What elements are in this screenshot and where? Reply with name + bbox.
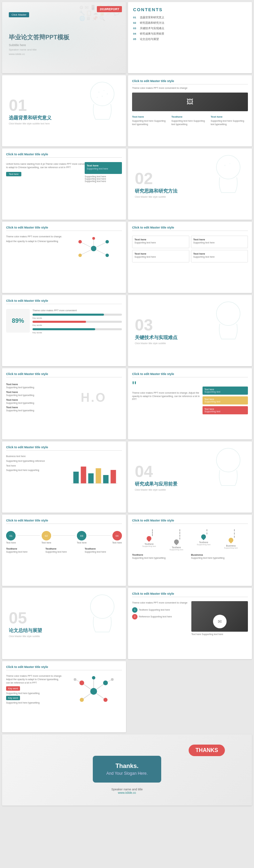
step-connector-2 <box>52 535 76 536</box>
network-visual <box>65 235 122 262</box>
right-panel: Text here Supporting text here Supportin… <box>85 162 122 182</box>
proc-col-1: Texthere Supporting text here <box>6 547 43 555</box>
thanks-slogan: And Your Slogan Here. <box>106 771 148 776</box>
quote-box-3: Text here Supporting text <box>203 406 248 414</box>
step-connector-3 <box>88 535 111 536</box>
slide-pins: Click to edit Master title style Texther… <box>128 515 252 586</box>
slide-quote: Click to edit Master title style " Theme… <box>128 368 252 439</box>
slide-boxes: Click to edit Master title style Text he… <box>128 222 252 293</box>
svg-point-14 <box>91 246 97 251</box>
room-item-1: 1 Texthere Supporting text here <box>132 607 189 613</box>
svg-point-19 <box>92 237 95 240</box>
svg-point-29 <box>90 595 114 618</box>
barchart-text: Business text here Supporting text types… <box>6 455 63 486</box>
head-silhouette-icon <box>79 79 123 126</box>
quote-box-1: Text here Supporting text <box>203 387 248 395</box>
step-03: 03 Text here <box>77 531 87 544</box>
slide-title-8: Click to edit Master title style <box>132 226 248 231</box>
svg-point-17 <box>79 254 82 257</box>
contents-item-1: 01 选题背景和研究意义 <box>133 16 247 19</box>
slide-barchart: Click to edit Master title style Busines… <box>2 441 126 513</box>
barchart-visual <box>65 455 122 486</box>
room-item-2: 2 Reference Supporting text here <box>132 614 189 619</box>
slide-ho: Click to edit Master title style Text he… <box>2 368 126 439</box>
svg-rect-21 <box>73 472 79 484</box>
pins-col-2: Business Supporting text here typesettin… <box>191 553 248 561</box>
teal-button[interactable]: Text here <box>6 172 21 176</box>
boxes-grid: Text here Supporting text here Text here… <box>132 236 248 262</box>
box-3: Text here Supporting text here <box>132 250 189 262</box>
svg-point-43 <box>74 678 77 681</box>
svg-point-42 <box>92 676 96 679</box>
ho-layout: Text here Supporting text typesetting Te… <box>6 381 122 414</box>
quote-mark: " <box>132 381 200 391</box>
svg-point-8 <box>230 163 231 164</box>
slide-section-03: 03 关键技术与实现难点 Click Master title style su… <box>128 295 252 366</box>
quote-box-2: Text here Supporting text <box>203 396 248 405</box>
svg-point-20 <box>216 302 240 326</box>
pin-3: Texthere Supporting text <box>197 529 210 551</box>
pins-container: Texthere Supporting text Texthere Suppor… <box>132 529 248 551</box>
thanks-speaker: Speaker name and title <box>111 788 143 791</box>
slide-title-18: Click to edit Master title style <box>132 592 248 597</box>
ho-row-2: Text here Supporting text typesetting <box>6 391 63 397</box>
pin-head-4 <box>228 537 234 544</box>
pin-1: Texthere Supporting text <box>142 529 156 551</box>
svg-point-44 <box>111 678 114 681</box>
slide-progress: Click to edit Master title style 89% The… <box>2 295 126 366</box>
network-svg <box>65 235 122 262</box>
slide-section-05: 05 论文总结与展望 Click Master title style subt… <box>2 588 126 659</box>
pin-4: Business Supporting text <box>224 529 238 551</box>
col-item-3: Text here Supporting text here Supportin… <box>211 115 248 127</box>
svg-point-5 <box>102 96 103 97</box>
svg-point-28 <box>216 448 240 472</box>
slide-title-11: Click to edit Master title style <box>6 372 122 377</box>
svg-point-38 <box>80 680 84 685</box>
pins-text-cols: Texthere Supporting text here typesettin… <box>132 553 248 561</box>
progress-bar-1 <box>33 314 122 316</box>
svg-point-39 <box>103 680 108 685</box>
col-item-2: Texthere Supporting text here Supporting… <box>171 115 209 127</box>
slide-title-7: Click to edit Master title style <box>6 226 122 231</box>
svg-point-3 <box>107 93 108 95</box>
col-item-1: Text here Supporting text here Supportin… <box>132 115 169 127</box>
room-layout: Theme color makes PPT more convenient to… <box>132 601 248 635</box>
slide-title-15: Click to edit Master title style <box>6 519 122 524</box>
molecule-tags: Key word Supporting text here typesettin… <box>6 686 63 704</box>
head-silhouette-02-icon <box>205 152 249 199</box>
slide-section-01: 01 选题背景和研究意义 Click Master title style su… <box>2 75 126 146</box>
box-4: Text here Supporting text here <box>191 250 248 262</box>
network-layout: Theme color makes PPT more convenient to… <box>6 235 122 262</box>
proc-col-2: Texthere Supporting text here <box>45 547 83 555</box>
progress-layout: 89% Theme color makes PPT more convenien… <box>6 309 122 335</box>
network-text: Theme color makes PPT more convenient to… <box>6 235 63 262</box>
box-2: Text here Supporting text here <box>191 236 248 248</box>
slide-description: Theme color makes PPT more convenient to… <box>132 86 248 90</box>
ho-row-4: Text here Supporting text typesetting <box>6 406 63 412</box>
thanks-main-box: Thanks. And Your Slogan Here. <box>93 756 161 783</box>
right-panel-box: Text here Supporting text here <box>85 162 122 174</box>
slide-title-12: Click to edit Master title style <box>132 372 248 377</box>
process-text-cols: Texthere Supporting text here Texthere S… <box>6 547 122 555</box>
step-02: 02 Text here <box>41 531 51 544</box>
process-steps: 01 Text here 02 Text here 03 Text here 0… <box>6 531 122 544</box>
ho-row-1: Text here Supporting text typesetting <box>6 383 63 389</box>
svg-point-0 <box>90 82 114 106</box>
step-01: 01 Text here <box>6 531 16 544</box>
slide-title: Click to edit Master title style <box>132 79 248 84</box>
quote-col: " Theme color makes PPT more convenient … <box>132 381 200 414</box>
svg-rect-25 <box>103 475 109 484</box>
slide-network: Click to edit Master title style Theme c… <box>2 222 126 293</box>
svg-point-41 <box>104 698 108 702</box>
cover-year-badge: 2018REPORT <box>97 6 122 12</box>
slide-room: Click to edit Master title style Theme c… <box>128 588 252 659</box>
svg-point-37 <box>90 688 97 695</box>
svg-point-16 <box>106 240 109 243</box>
slide-content-list: Click to edit Master title style Unfont … <box>2 149 126 220</box>
svg-point-2 <box>104 90 105 91</box>
thanks-url: www.islide.cc <box>118 791 136 794</box>
slide-thanks: THANKS Thanks. And Your Slogan Here. Spe… <box>2 734 252 806</box>
svg-rect-26 <box>111 470 116 484</box>
molecule-svg <box>65 674 122 708</box>
thanks-badge: THANKS <box>189 745 225 756</box>
